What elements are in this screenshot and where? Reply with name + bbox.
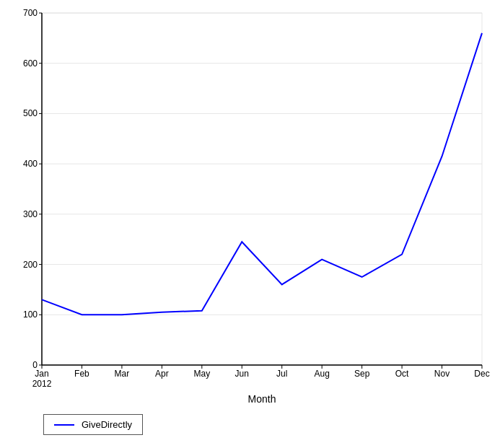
x-tick-label: May (193, 369, 210, 379)
x-tick-label: Jun (235, 369, 249, 379)
x-tick-label: Sep (354, 369, 370, 379)
x-tick-label: Jan (35, 369, 48, 379)
y-tick-label: 200 (23, 260, 38, 270)
y-tick-label: 100 (23, 309, 38, 320)
x-tick-label: Aug (315, 369, 330, 379)
x-tick-label: Jul (276, 369, 287, 379)
x-tick-label: Apr (155, 369, 169, 379)
svg-rect-0 (42, 13, 482, 365)
legend-label: GiveDirectly (82, 419, 132, 430)
x-tick-label: Oct (395, 369, 409, 379)
y-tick-label: 300 (23, 209, 38, 219)
x-tick-label: Feb (74, 369, 89, 379)
legend: GiveDirectly (43, 414, 143, 435)
x-tick-label: Dec (474, 369, 489, 379)
y-tick-label: 500 (23, 108, 38, 118)
y-tick-label: 600 (23, 58, 38, 69)
x-tick-label: Nov (434, 369, 449, 379)
x-year-label: 2012 (32, 379, 52, 389)
y-tick-label: 400 (23, 159, 38, 169)
x-axis-label: Month (248, 393, 276, 405)
chart-container: 0100200300400500600700Jan2012FebMarAprMa… (0, 0, 500, 448)
x-tick-label: Mar (115, 369, 130, 379)
legend-line (54, 424, 74, 426)
y-tick-label: 700 (23, 8, 38, 18)
